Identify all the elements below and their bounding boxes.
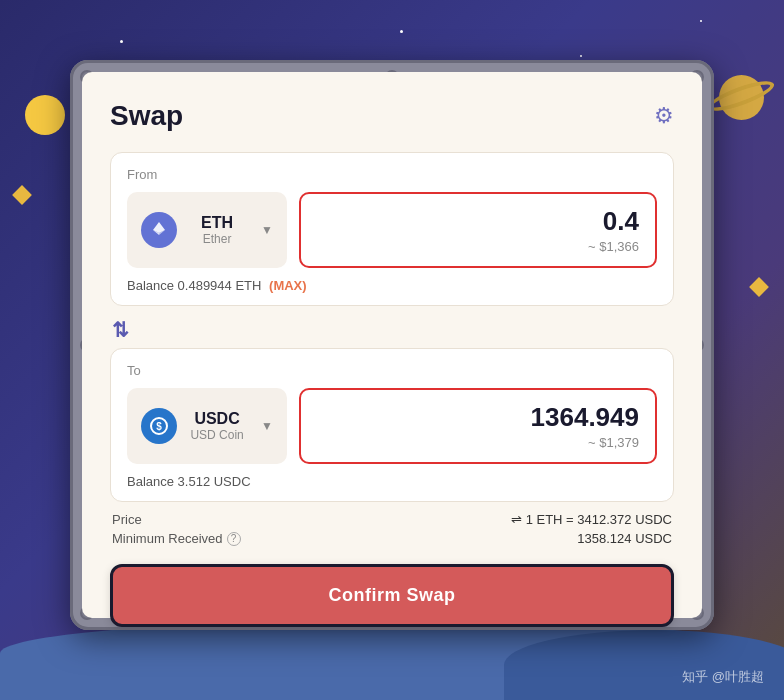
to-amount-box: 1364.949 ~ $1,379 xyxy=(299,388,657,464)
eth-icon xyxy=(141,212,177,248)
min-received-value: 1358.124 USDC xyxy=(577,531,672,546)
from-balance: Balance 0.489944 ETH (MAX) xyxy=(127,278,657,293)
from-label: From xyxy=(127,167,657,182)
eth-info: ETH Ether xyxy=(187,214,247,246)
from-section: From ETH Ether xyxy=(110,152,674,306)
confirm-swap-button[interactable]: Confirm Swap xyxy=(110,564,674,627)
to-balance: Balance 3.512 USDC xyxy=(127,474,657,489)
min-received-label-wrap: Minimum Received ? xyxy=(112,531,241,546)
eth-symbol: ETH xyxy=(187,214,247,232)
max-link[interactable]: (MAX) xyxy=(269,278,307,293)
star xyxy=(120,40,123,43)
eth-name: Ether xyxy=(187,232,247,246)
settings-icon[interactable]: ⚙ xyxy=(654,103,674,129)
star xyxy=(700,20,702,22)
swap-panel: Swap ⚙ From ETH xyxy=(82,72,702,618)
watermark: 知乎 @叶胜超 xyxy=(682,668,764,686)
from-row: ETH Ether ▼ 0.4 ~ $1,366 xyxy=(127,192,657,268)
min-received-help-icon[interactable]: ? xyxy=(227,532,241,546)
to-section: To $ USDC USD Coin ▼ xyxy=(110,348,674,502)
usdc-icon: $ xyxy=(141,408,177,444)
star xyxy=(400,30,403,33)
from-amount-box[interactable]: 0.4 ~ $1,366 xyxy=(299,192,657,268)
panel-header: Swap ⚙ xyxy=(110,100,674,132)
panel-frame: Swap ⚙ From ETH xyxy=(70,60,714,630)
to-balance-text: Balance 3.512 USDC xyxy=(127,474,251,489)
min-received-row: Minimum Received ? 1358.124 USDC xyxy=(112,531,672,546)
svg-text:$: $ xyxy=(156,421,162,432)
to-token-selector[interactable]: $ USDC USD Coin ▼ xyxy=(127,388,287,464)
from-chevron: ▼ xyxy=(261,223,273,237)
swap-arrows-container: ⇅ xyxy=(112,312,674,348)
swap-direction-icon[interactable]: ⇅ xyxy=(112,318,129,342)
price-value: ⇌ 1 ETH = 3412.372 USDC xyxy=(511,512,672,527)
to-row: $ USDC USD Coin ▼ 1364.949 ~ $1,379 xyxy=(127,388,657,464)
usdc-name: USD Coin xyxy=(187,428,247,442)
from-balance-text: Balance 0.489944 ETH xyxy=(127,278,261,293)
price-row: Price ⇌ 1 ETH = 3412.372 USDC xyxy=(112,512,672,527)
to-amount: 1364.949 xyxy=(317,402,639,433)
star xyxy=(580,55,582,57)
to-amount-usd: ~ $1,379 xyxy=(317,435,639,450)
from-amount-usd: ~ $1,366 xyxy=(317,239,639,254)
usdc-info: USDC USD Coin xyxy=(187,410,247,442)
min-received-label: Minimum Received xyxy=(112,531,223,546)
saturn-decoration xyxy=(719,75,764,120)
usdc-symbol: USDC xyxy=(187,410,247,428)
hills2-decoration xyxy=(504,630,784,700)
price-label: Price xyxy=(112,512,142,527)
from-amount: 0.4 xyxy=(317,206,639,237)
to-label: To xyxy=(127,363,657,378)
to-chevron: ▼ xyxy=(261,419,273,433)
panel-title: Swap xyxy=(110,100,183,132)
yellow-circle xyxy=(25,95,65,135)
info-rows: Price ⇌ 1 ETH = 3412.372 USDC Minimum Re… xyxy=(110,512,674,546)
from-token-selector[interactable]: ETH Ether ▼ xyxy=(127,192,287,268)
